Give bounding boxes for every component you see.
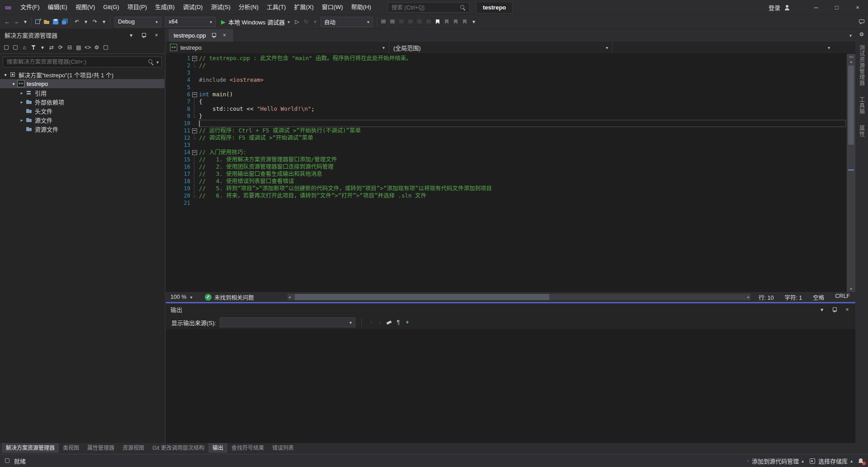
toggle-bookmark-icon[interactable] (434, 18, 441, 25)
panel-tab[interactable]: 类视图 (59, 443, 83, 453)
debug-target-select[interactable]: 自动 ▾ (321, 17, 373, 27)
breakpoint-margin[interactable] (166, 84, 175, 91)
fold-collapse-icon[interactable] (192, 56, 197, 61)
menu-item[interactable]: 生成(B) (151, 0, 179, 14)
window-position-icon[interactable]: ▾ (127, 32, 135, 39)
tree-expander[interactable]: ▸ (18, 90, 25, 95)
maximize-button[interactable]: □ (826, 0, 847, 15)
notifications-bell-icon[interactable] (857, 457, 864, 464)
close-icon[interactable]: × (844, 306, 851, 313)
code-editor[interactable]: 1// testrepo.cpp : 此文件包含 "main" 函数。程序执行将… (166, 54, 855, 292)
code-line[interactable]: 1// testrepo.cpp : 此文件包含 "main" 函数。程序执行将… (166, 55, 847, 62)
hot-reload-dropdown-icon[interactable]: ▾ (311, 18, 319, 25)
breakpoint-margin[interactable] (166, 149, 175, 156)
solution-configuration-select[interactable]: Debug ▾ (114, 17, 161, 27)
tree-item[interactable]: ▸引用 (0, 88, 165, 97)
nav-scope-select[interactable]: (全局范围) ▾ (389, 42, 613, 53)
se-search-input[interactable] (6, 58, 146, 66)
zoom-select[interactable]: 100 % ▾ (170, 294, 200, 300)
code-line[interactable]: 16// 2. 使用团队资源管理器窗口连接到源代码管理 (166, 163, 847, 170)
start-debugging-button[interactable]: ▶ 本地 Windows 调试器 ▾ (217, 18, 293, 26)
fold-margin[interactable] (190, 149, 198, 156)
code-line[interactable]: 5 (166, 84, 847, 91)
panel-tab[interactable]: 资源视图 (118, 443, 148, 453)
code-line[interactable]: 3 (166, 69, 847, 76)
undo-icon[interactable]: ↶ (73, 18, 80, 25)
fold-margin[interactable] (190, 91, 198, 98)
next-message-icon[interactable]: ↓ (377, 319, 384, 326)
decrease-indent-icon[interactable] (398, 18, 405, 25)
redo-dropdown-icon[interactable]: ▾ (100, 18, 108, 25)
panel-tab[interactable]: 调用层次结构 (168, 443, 208, 453)
menu-item[interactable]: 调试(D) (179, 0, 207, 14)
code-line[interactable]: 7{ (166, 98, 847, 105)
spaces-indicator[interactable]: 空格 (813, 293, 824, 302)
tree-item[interactable]: ▾解决方案“testrepo”(1 个项目/共 1 个) (0, 70, 165, 79)
breakpoint-margin[interactable] (166, 62, 175, 69)
vertical-tab[interactable]: 工具箱 (858, 93, 866, 118)
output-source-select[interactable]: ▾ (220, 317, 355, 327)
breakpoint-margin[interactable] (166, 178, 175, 185)
add-to-source-control-button[interactable]: ↑ 添加到源代码管理 ▴ (747, 457, 804, 465)
scroll-down-icon[interactable]: ▾ (850, 286, 852, 292)
tree-expander[interactable]: ▾ (10, 81, 17, 86)
code-line[interactable]: 19// 5. 转到“项目”>“添加新项”以创建新的代码文件，或转到“项目”>“… (166, 185, 847, 192)
word-wrap-icon[interactable]: ¶ (395, 319, 402, 326)
back-icon[interactable]: ← (4, 18, 11, 25)
pin-icon[interactable] (210, 32, 217, 39)
pending-changes-icon[interactable] (12, 44, 19, 51)
comment-icon[interactable] (416, 18, 423, 25)
panel-tab[interactable]: 查找符号结果 (227, 443, 268, 453)
nav-dropdown-icon[interactable]: ▾ (22, 18, 29, 25)
filter-icon[interactable] (30, 44, 37, 51)
profile-icon[interactable] (783, 4, 791, 11)
properties-icon[interactable]: ⚙ (93, 44, 100, 51)
code-line[interactable]: 12// 调试程序: F5 或调试 >“开始调试”菜单 (166, 134, 847, 142)
code-line[interactable]: 4#include <iostream> (166, 76, 847, 84)
tree-expander[interactable]: ▸ (18, 118, 25, 123)
line-ending-indicator[interactable]: CRLF (835, 293, 850, 302)
code-line[interactable]: 20// 6. 将来，若要再次打开此项目，请转到“文件”>“打开”>“项目”并选… (166, 192, 847, 199)
member-list-icon[interactable] (380, 18, 387, 25)
panel-tab[interactable]: 错误列表 (268, 443, 298, 453)
vertical-tab[interactable]: 测试资源管理器 (858, 41, 866, 90)
close-icon[interactable]: × (221, 32, 228, 39)
tree-item[interactable]: 头文件 (0, 106, 165, 115)
menu-item[interactable]: 视图(V) (71, 0, 99, 14)
collapse-all-icon[interactable]: ⊟ (66, 44, 73, 51)
breakpoint-margin[interactable] (166, 120, 175, 127)
sync-with-active-icon[interactable]: ⇄ (48, 44, 55, 51)
clear-bookmarks-icon[interactable] (461, 18, 468, 25)
next-bookmark-icon[interactable] (452, 18, 459, 25)
refresh-icon[interactable]: ⟳ (57, 44, 64, 51)
document-tab-testrepo-cpp[interactable]: testrepo.cpp × (169, 29, 233, 42)
clear-all-icon[interactable] (386, 319, 393, 326)
tree-item[interactable]: 资源文件 (0, 124, 165, 133)
breakpoint-margin[interactable] (166, 91, 175, 98)
open-file-icon[interactable] (43, 18, 50, 25)
scroll-up-icon[interactable]: ▴ (850, 58, 852, 65)
split-editor-grip[interactable] (848, 54, 855, 58)
breakpoint-margin[interactable] (166, 192, 175, 199)
switch-views-icon[interactable] (3, 44, 10, 51)
menu-item[interactable]: 编辑(E) (44, 0, 71, 14)
menu-item[interactable]: 工具(T) (263, 0, 290, 14)
se-search-box[interactable]: ▾ (3, 57, 162, 67)
vs-logo-icon[interactable]: ∞ (0, 2, 16, 13)
tree-item[interactable]: ▾++testrepo (0, 79, 165, 88)
code-line[interactable]: 15// 1. 使用解决方案资源管理器窗口添加/管理文件 (166, 156, 847, 163)
breakpoint-margin[interactable] (166, 55, 175, 62)
close-button[interactable]: × (847, 0, 868, 15)
sign-in-button[interactable]: 登录 (769, 3, 780, 12)
breakpoint-margin[interactable] (166, 134, 175, 142)
output-content[interactable] (166, 329, 855, 443)
menu-item[interactable]: 测试(S) (207, 0, 234, 14)
nav-member-select[interactable]: ▾ (613, 42, 834, 53)
minimize-button[interactable]: ─ (806, 0, 826, 15)
breakpoint-margin[interactable] (166, 105, 175, 113)
code-line[interactable]: 13 (166, 142, 847, 149)
fold-margin[interactable] (190, 127, 198, 134)
start-without-debugging-icon[interactable]: ▷ (293, 18, 301, 25)
select-repository-button[interactable]: 选择存储库 ▴ (808, 457, 853, 465)
window-position-icon[interactable]: ▾ (818, 306, 826, 313)
